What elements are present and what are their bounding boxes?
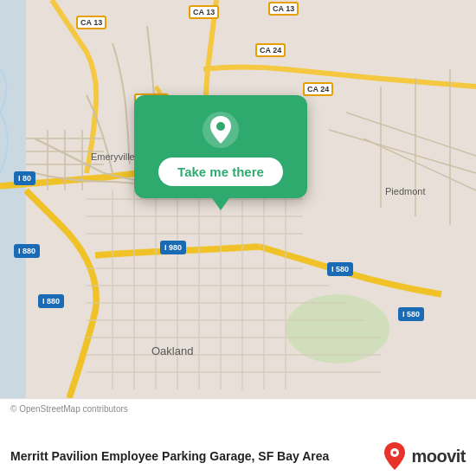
location-row: Merritt Pavilion Employee Parking Garage…: [10, 441, 466, 471]
bottom-bar: © OpenStreetMap contributors Merritt Pav…: [0, 398, 476, 476]
svg-text:Oakland: Oakland: [151, 344, 193, 357]
popup-card: Take me there: [134, 95, 307, 198]
location-pin-icon: [202, 111, 240, 149]
moovit-wordmark: moovit: [411, 447, 466, 466]
badge-i580-lower: I 580: [398, 307, 424, 321]
badge-ca13-center: CA 13: [189, 5, 219, 19]
map-svg: Emeryville Oakland Piedmont: [0, 0, 476, 398]
svg-point-39: [393, 451, 396, 454]
svg-point-37: [216, 122, 225, 131]
svg-text:Piedmont: Piedmont: [385, 186, 425, 196]
badge-i980: I 980: [160, 241, 186, 254]
map-attribution: © OpenStreetMap contributors: [10, 404, 466, 414]
take-me-there-button[interactable]: Take me there: [158, 158, 283, 186]
badge-ca24-mid: CA 24: [303, 82, 333, 96]
badge-cad: CA 13: [268, 2, 299, 16]
badge-i880-mid: I 880: [14, 244, 40, 258]
svg-line-28: [346, 113, 476, 156]
svg-text:Emeryville: Emeryville: [91, 151, 135, 162]
moovit-logo: moovit: [383, 441, 466, 471]
svg-rect-0: [0, 0, 26, 398]
svg-line-27: [329, 130, 476, 173]
badge-ca13-left: CA 13: [76, 16, 106, 29]
svg-point-1: [286, 294, 389, 363]
location-name: Merritt Pavilion Employee Parking Garage…: [10, 448, 374, 464]
map-container: Emeryville Oakland Piedmont CA 13 CA 13 …: [0, 0, 476, 398]
badge-i880-lower: I 880: [38, 294, 64, 308]
moovit-pin-icon: [383, 441, 407, 471]
badge-i580-right: I 580: [327, 262, 353, 276]
badge-i80: I 80: [14, 171, 35, 185]
badge-ca24-top: CA 24: [255, 43, 286, 57]
